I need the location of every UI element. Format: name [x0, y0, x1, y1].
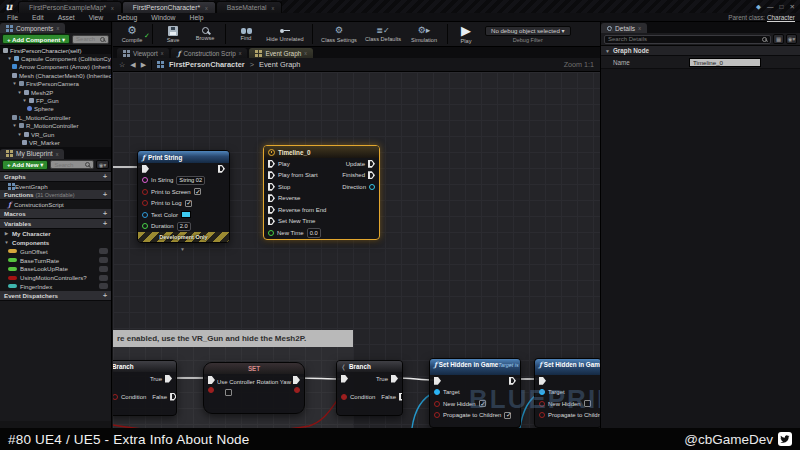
target-pin[interactable] [434, 389, 440, 395]
play-pin[interactable] [268, 160, 275, 168]
details-search[interactable] [604, 35, 771, 44]
reverse-from-end-pin[interactable] [268, 206, 275, 214]
menu-debug[interactable]: Debug [110, 14, 144, 21]
tree-item-vrmarker[interactable]: VR_Marker [0, 138, 111, 146]
tree-item-mesh[interactable]: Mesh (CharacterMesh0) (Inherited) [0, 71, 111, 79]
tree-item-self[interactable]: FirstPersonCharacter(self) [0, 46, 111, 54]
condition-pin[interactable] [113, 394, 118, 400]
in-string-pin[interactable] [142, 177, 148, 183]
print-to-log-pin[interactable] [142, 200, 148, 206]
timeline-node[interactable]: Timeline_0 PlayUpdate Play from StartFin… [263, 145, 380, 240]
add-new-button[interactable]: + Add New ▾ [2, 160, 48, 170]
variable-gunoffset[interactable]: GunOffset [0, 247, 111, 256]
node-collapse-arrow[interactable]: ▼ [180, 246, 185, 252]
add-dispatcher-button[interactable]: + [103, 292, 107, 299]
class-defaults-button[interactable]: ≣✓ Class Defaults [362, 22, 404, 46]
graphs-section-header[interactable]: Graphs+ [0, 172, 111, 182]
components-panel-tab[interactable]: Components x [0, 23, 65, 33]
panel-close-icon[interactable]: x [56, 25, 59, 31]
nav-back-icon[interactable]: ◀ [130, 61, 135, 69]
eventgraph-item[interactable]: EventGraph [0, 182, 111, 191]
variable-fingerindex[interactable]: FingerIndex [0, 282, 111, 291]
tab-construction-script[interactable]: ƒConstruction Scripx [171, 48, 247, 58]
tree-item-vrgun[interactable]: ▼VR_Gun [0, 130, 111, 138]
in-string-value[interactable]: String 02 [176, 176, 205, 186]
play-from-start-pin[interactable] [268, 171, 275, 179]
exec-out-pin[interactable] [218, 165, 225, 173]
panel-close-icon[interactable]: x [638, 25, 641, 31]
branch-node-2[interactable]: ❬Branch True ConditionFalse [336, 360, 403, 416]
false-pin[interactable] [399, 393, 402, 401]
false-pin[interactable] [170, 393, 176, 401]
menu-view[interactable]: View [82, 14, 111, 21]
add-function-button[interactable]: + [103, 191, 107, 198]
set-node[interactable]: SET Use Controller Rotation Yaw [203, 362, 305, 414]
tree-item-capsule[interactable]: ▼Capsule Component (CollisionCylinder) ( [0, 54, 111, 62]
menu-file[interactable]: File [0, 14, 25, 21]
true-pin[interactable] [165, 375, 172, 383]
compile-button[interactable]: ⚙✓ Compile [117, 22, 147, 46]
find-button[interactable]: Find [231, 22, 261, 46]
new-time-pin[interactable] [268, 230, 274, 236]
menu-help[interactable]: Help [183, 14, 211, 21]
details-panel-tab[interactable]: Details x [601, 23, 647, 33]
breadcrumb-current[interactable]: Event Graph [259, 60, 301, 69]
variable-baselookuprate[interactable]: BaseLookUpRate [0, 264, 111, 273]
minimize-button[interactable]: — [767, 3, 774, 10]
debug-object-dropdown[interactable]: No debug object selected ▾ [485, 26, 571, 36]
tree-item-lmotion[interactable]: L_MotionController [0, 113, 111, 121]
branch-node-1[interactable]: Branch True ConditionFalse [113, 360, 177, 416]
category-components[interactable]: ▼Components [0, 238, 111, 247]
rotation-yaw-checkbox[interactable] [225, 389, 232, 396]
exec-in-pin[interactable] [341, 375, 348, 383]
eye-closed-icon[interactable] [99, 275, 108, 281]
stop-pin[interactable] [268, 183, 275, 191]
components-search[interactable] [72, 35, 109, 44]
direction-pin[interactable] [369, 184, 375, 190]
add-graph-button[interactable]: + [103, 173, 107, 180]
tree-item-sphere[interactable]: Sphere [0, 105, 111, 113]
macros-section-header[interactable]: Macros+ [0, 209, 111, 219]
tree-item-mesh2p[interactable]: ▼Mesh2P [0, 88, 111, 96]
variable-usingmotioncontrollers[interactable]: UsingMotionControllers? [0, 273, 111, 282]
print-to-screen-checkbox[interactable] [194, 188, 201, 195]
tree-item-arrow[interactable]: Arrow Component (Arrow) (Inherited) [0, 63, 111, 71]
tree-item-fpgun[interactable]: ▼FP_Gun [0, 96, 111, 104]
propagate-pin[interactable] [434, 412, 440, 418]
add-macro-button[interactable]: + [103, 210, 107, 217]
finished-pin[interactable] [368, 171, 375, 179]
hide-unrelated-button[interactable]: Hide Unrelated [263, 22, 307, 46]
add-variable-button[interactable]: + [103, 220, 107, 227]
tab-firstpersonexamplemap[interactable]: FirstPersonExampleMap* x [18, 1, 122, 13]
my-blueprint-panel-tab[interactable]: My Blueprint x [0, 149, 64, 159]
value-in-pin[interactable] [208, 387, 214, 393]
functions-section-header[interactable]: Functions(31 Overridable)+ [0, 190, 111, 200]
tab-basematerial[interactable]: BaseMaterial x [216, 1, 282, 13]
variable-baseturnrate[interactable]: BaseTurnRate [0, 256, 111, 265]
breadcrumb-root[interactable]: FirstPersonCharacter [169, 60, 245, 69]
print-string-node[interactable]: ƒPrint String In StringString 02 Print t… [137, 150, 230, 243]
property-matrix-button[interactable]: ▦ [773, 34, 784, 44]
menu-edit[interactable]: Edit [25, 14, 51, 21]
tab-close-icon[interactable]: x [205, 5, 208, 11]
filter-eye-button[interactable]: ◉▾ [96, 160, 109, 169]
name-value-field[interactable] [689, 58, 761, 67]
tab-viewport[interactable]: Viewportx [117, 48, 169, 58]
variables-section-header[interactable]: Variables+ [0, 219, 111, 229]
comment-node-header[interactable]: re enabled, use the VR_Gun and hide the … [113, 330, 353, 347]
display-filter-button[interactable]: ◉▾ [786, 34, 797, 44]
add-component-button[interactable]: + Add Component ▾ [2, 34, 70, 44]
event-dispatchers-header[interactable]: Event Dispatchers+ [0, 291, 111, 301]
new-hidden-pin[interactable] [434, 401, 440, 407]
tab-firstpersoncharacter[interactable]: FirstPersonCharacter* x [122, 1, 216, 13]
new-time-value[interactable]: 0.0 [307, 228, 321, 238]
update-pin[interactable] [368, 160, 375, 168]
tab-event-graph[interactable]: Event Graphx [249, 48, 313, 58]
parent-class-link[interactable]: Character [767, 14, 795, 21]
play-button[interactable]: ▶ Play [453, 22, 479, 46]
panel-close-icon[interactable]: x [56, 151, 59, 157]
text-color-pin[interactable] [142, 212, 148, 218]
menu-asset[interactable]: Asset [51, 14, 82, 21]
eye-closed-icon[interactable] [99, 266, 108, 272]
set-new-time-pin[interactable] [268, 217, 275, 225]
